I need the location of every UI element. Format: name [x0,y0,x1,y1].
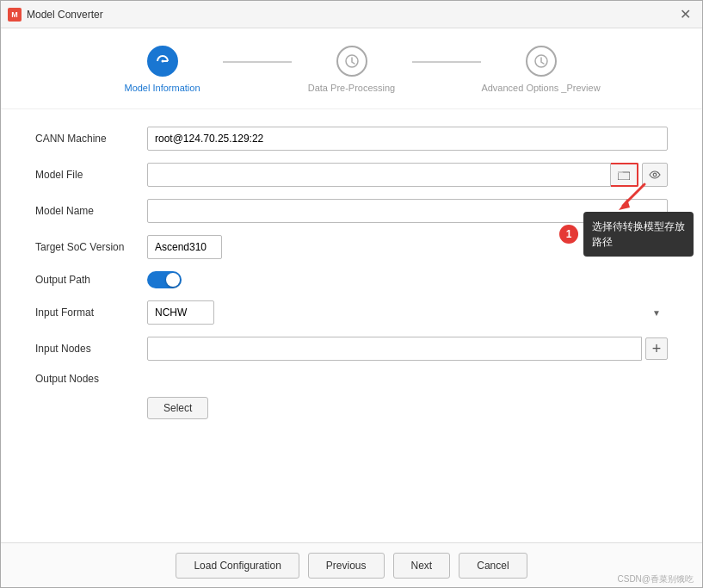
step-circle-data-pre-processing [336,46,367,77]
select-button-row: Select [147,397,668,419]
model-file-input[interactable] [147,163,611,187]
select-button[interactable]: Select [147,397,208,419]
tooltip-box: 选择待转换模型存放 路径 [583,212,694,257]
tooltip-badge: 1 [559,225,578,244]
footer: Load Configuration Previous Next Cancel … [1,542,702,587]
toggle-knob [166,273,180,287]
steps-bar: Model Information Data Pre-Processing Ad… [1,28,702,109]
close-button[interactable]: ✕ [675,4,695,25]
target-soc-version-label: Target SoC Version [35,241,147,253]
input-nodes-row: Input Nodes + [35,337,668,361]
window-title: Model Converter [27,9,103,21]
input-format-select-wrapper: NCHW NHWC ND NC1HWC0 ▼ [147,300,668,325]
input-nodes-input-group: + [147,337,668,361]
output-nodes-label: Output Nodes [35,373,147,385]
output-path-toggle[interactable] [147,271,182,288]
load-configuration-button[interactable]: Load Configuration [176,553,299,579]
input-format-select[interactable]: NCHW NHWC ND NC1HWC0 [147,300,214,325]
step-label-advanced-options-preview: Advanced Options _Preview [481,82,600,95]
previous-button[interactable]: Previous [308,553,385,579]
cann-machine-input[interactable] [147,127,668,151]
svg-point-4 [653,174,657,177]
title-bar: M Model Converter ✕ [1,1,702,28]
output-path-row: Output Path [35,271,668,288]
tooltip-text-line1: 选择待转换模型存放 [592,220,685,232]
form-area: CANN Machine Model File [1,109,702,542]
step-circle-model-information [147,46,178,77]
step-advanced-options-preview[interactable]: Advanced Options _Preview [481,46,601,95]
next-button[interactable]: Next [393,553,451,579]
step-connector-2 [412,61,481,63]
app-icon: M [8,8,22,22]
tooltip-text-line2: 路径 [592,236,613,248]
step-label-data-pre-processing: Data Pre-Processing [308,82,396,95]
step-circle-advanced-options-preview [526,46,557,77]
input-nodes-input[interactable] [147,337,642,361]
model-file-label: Model File [35,169,147,181]
step-data-pre-processing[interactable]: Data Pre-Processing [292,46,412,95]
tooltip-callout: 1 选择待转换模型存放 路径 [559,212,694,257]
input-nodes-label: Input Nodes [35,343,147,355]
model-name-label: Model Name [35,205,147,217]
tooltip-area: 1 选择待转换模型存放 路径 [559,180,694,257]
cann-machine-row: CANN Machine [35,127,668,151]
output-path-label: Output Path [35,274,147,286]
input-nodes-add-button[interactable]: + [645,337,668,360]
main-window: M Model Converter ✕ Model Information [0,0,703,588]
input-format-label: Input Format [35,306,147,319]
step-model-information[interactable]: Model Information [102,46,223,95]
step-label-model-information: Model Information [124,82,200,95]
cancel-button[interactable]: Cancel [459,553,527,579]
watermark: CSDN@香菜别饿吃 [618,573,694,585]
input-format-chevron-down-icon: ▼ [652,308,661,318]
step-connector-1 [223,61,292,63]
svg-rect-3 [618,172,630,180]
cann-machine-label: CANN Machine [35,133,147,145]
target-soc-version-select[interactable]: Ascend310 Ascend310P Ascend910 [147,235,222,259]
title-bar-left: M Model Converter [8,8,103,22]
input-format-row: Input Format NCHW NHWC ND NC1HWC0 ▼ [35,300,668,325]
output-nodes-row: Output Nodes [35,373,668,385]
